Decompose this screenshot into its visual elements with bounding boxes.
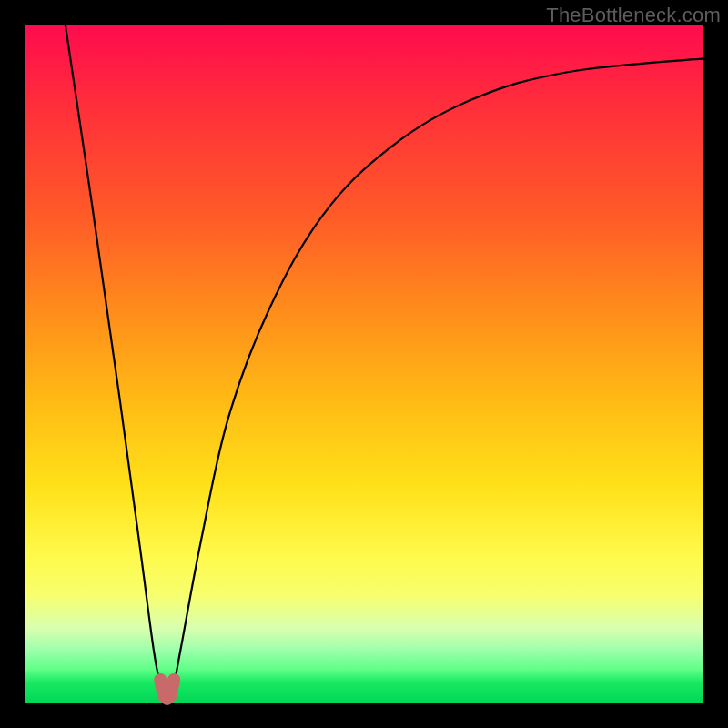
- bottleneck-curve: [66, 25, 703, 697]
- curve-svg: [25, 25, 703, 703]
- min-marker: [160, 680, 174, 699]
- chart-frame: TheBottleneck.com: [0, 0, 728, 728]
- plot-area: [25, 25, 703, 703]
